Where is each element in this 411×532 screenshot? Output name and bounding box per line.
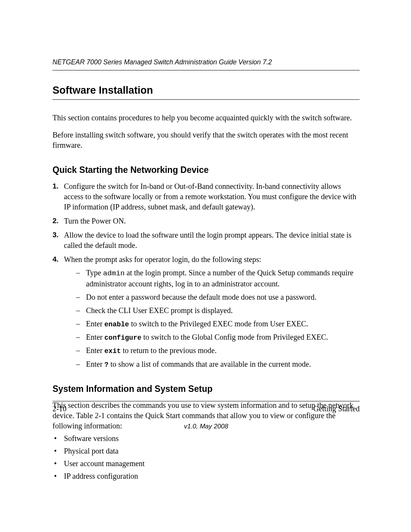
- substep-text-pre: Enter: [86, 333, 104, 341]
- bullet-text: Physical port data: [64, 447, 118, 455]
- numbered-steps: 1. Configure the switch for In-band or O…: [53, 181, 360, 369]
- footer-section-name: Getting Started: [313, 404, 360, 414]
- step-marker: 3.: [53, 230, 59, 240]
- step-item: 3. Allow the device to load the software…: [53, 230, 360, 251]
- step-marker: 4.: [53, 254, 59, 264]
- substep-text-post: to show a list of commands that are avai…: [108, 360, 311, 368]
- footer-version: v1.0, May 2008: [53, 422, 360, 431]
- bullet-text: User account management: [64, 459, 145, 468]
- step-marker: 2.: [53, 216, 59, 226]
- page-number: 2-10: [53, 404, 67, 414]
- list-item: Physical port data: [64, 446, 360, 456]
- substep-text-post: to return to the previous mode.: [121, 346, 217, 355]
- inline-command: exit: [104, 347, 121, 355]
- substep-item: Check the CLI User EXEC prompt is displa…: [76, 305, 360, 316]
- section-heading: Software Installation: [53, 83, 360, 100]
- inline-command: admin: [103, 269, 125, 278]
- step-text: Turn the Power ON.: [64, 217, 126, 225]
- substep-text-post: to switch to the Global Config mode from…: [142, 333, 328, 341]
- step-text: Configure the switch for In-band or Out-…: [64, 182, 356, 211]
- bullet-text: IP address configuration: [64, 472, 138, 480]
- list-item: Software versions: [64, 433, 360, 444]
- substep-text: Check the CLI User EXEC prompt is displa…: [86, 306, 233, 315]
- page-footer: 2-10 Getting Started v1.0, May 2008: [53, 401, 360, 431]
- inline-command: configure: [104, 334, 141, 342]
- step-item: 4. When the prompt asks for operator log…: [53, 254, 360, 369]
- step-text: Allow the device to load the software un…: [64, 231, 352, 249]
- substep-item: Do not enter a password because the defa…: [76, 292, 360, 302]
- subsection-quick-start: Quick Starting the Networking Device: [53, 164, 360, 176]
- substep-item: Enter exit to return to the previous mod…: [76, 345, 360, 356]
- substep-text-pre: Enter: [86, 320, 104, 328]
- bullet-list: Software versions Physical port data Use…: [53, 433, 360, 481]
- step-item: 1. Configure the switch for In-band or O…: [53, 181, 360, 212]
- running-header: NETGEAR 7000 Series Managed Switch Admin…: [53, 58, 360, 70]
- substep-text-post: at the login prompt. Since a number of t…: [86, 268, 354, 288]
- substep-text-pre: Enter: [86, 346, 104, 355]
- substep-item: Enter enable to switch to the Privileged…: [76, 319, 360, 329]
- step-item: 2. Turn the Power ON.: [53, 216, 360, 226]
- bullet-text: Software versions: [64, 434, 119, 443]
- list-item: IP address configuration: [64, 471, 360, 481]
- substep-list: Type admin at the login prompt. Since a …: [64, 268, 360, 369]
- list-item: User account management: [64, 459, 360, 469]
- subsection-system-info: System Information and System Setup: [53, 383, 360, 395]
- substep-text-post: to switch to the Privileged EXEC mode fr…: [129, 320, 308, 328]
- step-text: When the prompt asks for operator login,…: [64, 255, 261, 264]
- step-marker: 1.: [53, 181, 59, 191]
- substep-item: Enter configure to switch to the Global …: [76, 332, 360, 342]
- inline-command: enable: [104, 321, 129, 328]
- substep-item: Enter ? to show a list of commands that …: [76, 359, 360, 369]
- intro-paragraph-2: Before installing switch software, you s…: [53, 130, 360, 150]
- substep-text: Do not enter a password because the defa…: [86, 293, 316, 301]
- inline-command: ?: [104, 361, 108, 369]
- substep-text-pre: Enter: [86, 360, 104, 368]
- intro-paragraph-1: This section contains procedures to help…: [53, 113, 360, 123]
- substep-text-pre: Type: [86, 268, 103, 277]
- document-page: NETGEAR 7000 Series Managed Switch Admin…: [0, 0, 411, 532]
- substep-item: Type admin at the login prompt. Since a …: [76, 268, 360, 289]
